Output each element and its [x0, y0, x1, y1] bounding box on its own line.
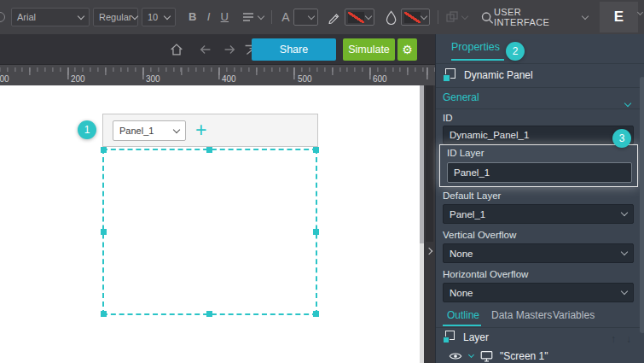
ruler-label: 400	[222, 74, 236, 84]
pencil-icon[interactable]	[328, 10, 340, 24]
resize-handle-top-right[interactable]	[313, 147, 319, 153]
text-align-button[interactable]	[241, 10, 264, 24]
chevron-right-icon	[426, 248, 432, 255]
bold-button[interactable]: B	[184, 8, 200, 26]
chevron-down-icon	[621, 249, 628, 255]
font-color-button[interactable]: A	[278, 8, 294, 26]
italic-button[interactable]: I	[200, 8, 217, 26]
font-size-value: 10	[148, 12, 158, 22]
forward-arrow-icon[interactable]	[222, 42, 237, 57]
eye-icon[interactable]	[449, 351, 462, 361]
dynamic-panel-selection[interactable]	[102, 149, 317, 315]
id-layer-field[interactable]: Panel_1	[447, 162, 632, 183]
font-family-select[interactable]: Arial	[11, 8, 90, 26]
fill-color-select[interactable]	[401, 9, 430, 26]
move-down-icon[interactable]: ↓	[626, 333, 631, 345]
application-window: Arial Regular 10 B I U A	[0, 0, 644, 363]
default-layer-value: Panel_1	[450, 209, 485, 220]
collapse-panel-button[interactable]	[426, 242, 432, 257]
id-value: Dynamic_Panel_1	[450, 130, 529, 140]
underline-button[interactable]: U	[217, 8, 233, 26]
vertical-overflow-select[interactable]: None	[443, 243, 634, 263]
chevron-down-icon	[461, 12, 468, 19]
tab-properties[interactable]: Properties	[451, 41, 500, 53]
default-layer-select[interactable]: Panel_1	[443, 204, 634, 224]
font-size-select[interactable]: 10	[142, 8, 176, 26]
divider	[436, 87, 644, 88]
properties-scrollbar-thumb[interactable]	[640, 77, 644, 333]
font-style-value: Regular	[99, 12, 132, 22]
tab-outline[interactable]: Outline	[447, 309, 479, 321]
dynamic-panel-toolbar: Panel_1 +	[102, 114, 318, 147]
resize-handle-bottom-right[interactable]	[313, 311, 319, 317]
id-field[interactable]: Dynamic_Panel_1	[443, 126, 634, 144]
layer-icon	[443, 331, 455, 343]
panel-layer-value: Panel_1	[119, 126, 154, 136]
font-style-select[interactable]: Regular	[93, 8, 138, 26]
properties-panel: Properties 2 Dynamic Panel General ID Dy…	[435, 34, 644, 363]
resize-handle-bottom-left[interactable]	[101, 311, 107, 317]
screen-item-label: "Screen 1"	[500, 350, 548, 362]
layer-sort-arrows: ↑ ↓	[611, 333, 631, 345]
panel-layer-dropdown[interactable]: Panel_1	[113, 120, 186, 141]
horizontal-overflow-value: None	[450, 288, 473, 298]
simulate-button[interactable]: Simulate	[343, 38, 395, 61]
collapse-toolbar-button[interactable]	[638, 3, 642, 18]
divider	[436, 63, 644, 64]
chevron-down-icon	[637, 9, 643, 15]
droplet-icon[interactable]	[386, 10, 397, 25]
expand-chevron-icon[interactable]	[468, 352, 474, 358]
widget-category-select[interactable]: USER INTERFACE	[494, 7, 588, 27]
resize-handle-bottom-middle[interactable]	[206, 311, 212, 317]
chevron-down-icon	[582, 12, 589, 19]
action-bar: Share Simulate ⚙	[0, 34, 435, 64]
chevron-down-icon	[257, 12, 264, 19]
design-canvas[interactable]: 1 Panel_1 +	[0, 85, 435, 363]
align-lines-icon	[241, 10, 255, 24]
id-layer-label: ID Layer	[447, 148, 484, 158]
font-family-value: Arial	[17, 12, 36, 22]
ruler-label: 500	[298, 74, 312, 84]
resize-handle-top-left[interactable]	[101, 147, 107, 153]
section-general[interactable]: General	[443, 91, 479, 103]
horizontal-overflow-select[interactable]: None	[443, 283, 634, 302]
widget-category-value: USER INTERFACE	[494, 7, 574, 27]
layer-section-title: Layer	[463, 331, 489, 343]
left-edge-icon	[0, 12, 5, 22]
format-toolbar: Arial Regular 10 B I U A	[0, 0, 644, 34]
toolbar-divider	[271, 10, 272, 24]
ruler-label: 300	[146, 74, 160, 84]
divider	[436, 108, 644, 109]
callout-badge-1: 1	[78, 120, 96, 139]
tab-variables[interactable]: Variables	[553, 309, 595, 321]
chevron-down-icon	[421, 12, 427, 19]
resize-handle-middle-left[interactable]	[101, 229, 107, 235]
ruler-minor-ticks	[0, 67, 435, 72]
share-button[interactable]: Share	[252, 38, 336, 61]
screen-tree-item[interactable]: "Screen 1"	[449, 350, 548, 362]
tab-data-masters[interactable]: Data Masters	[491, 309, 552, 321]
resize-handle-top-middle[interactable]	[206, 147, 212, 153]
resize-handle-middle-right[interactable]	[313, 229, 319, 235]
arrange-order-button[interactable]	[445, 10, 467, 24]
simulation-settings-button[interactable]: ⚙	[397, 38, 417, 61]
search-icon[interactable]	[480, 10, 494, 25]
chevron-down-icon	[164, 12, 171, 19]
gear-icon: ⚙	[402, 43, 413, 56]
font-color-select[interactable]	[293, 9, 318, 26]
chevron-down-icon	[173, 126, 180, 132]
logo-badge: E	[600, 2, 638, 32]
id-label: ID	[443, 113, 453, 123]
widget-header: Dynamic Panel	[443, 68, 533, 82]
callout-badge-3: 3	[612, 129, 631, 148]
default-layer-label: Default Layer	[443, 190, 501, 201]
add-panel-button[interactable]: +	[195, 117, 206, 143]
move-up-icon[interactable]: ↑	[611, 333, 616, 345]
chevron-down-icon	[621, 288, 628, 295]
home-icon[interactable]	[169, 42, 184, 57]
divider	[436, 327, 644, 328]
back-arrow-icon[interactable]	[198, 42, 213, 57]
stroke-color-select[interactable]	[345, 9, 374, 26]
chevron-down-icon[interactable]	[625, 94, 630, 109]
gutter-scrollbar-thumb[interactable]	[426, 85, 433, 242]
